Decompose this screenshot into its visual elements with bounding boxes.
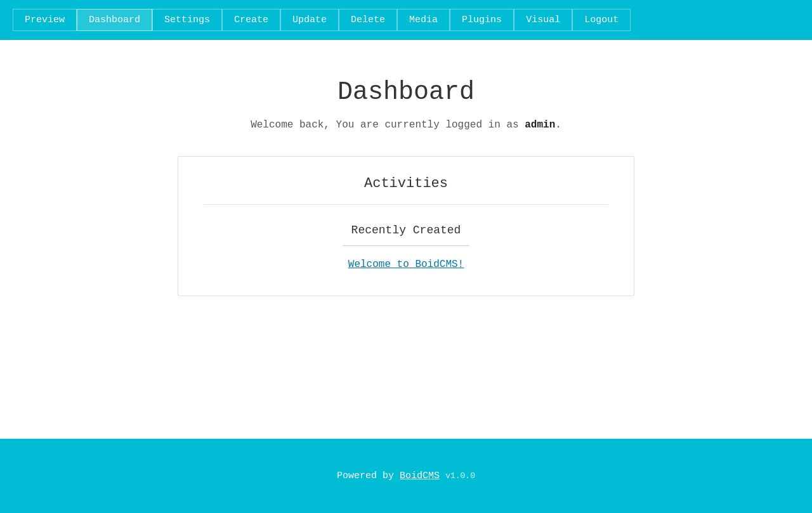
welcome-message: Welcome back, You are currently logged i… (251, 119, 561, 131)
recently-created-link[interactable]: Welcome to BoidCMS! (348, 259, 464, 270)
main-nav: PreviewDashboardSettingsCreateUpdateDele… (0, 0, 812, 40)
nav-item-create[interactable]: Create (222, 9, 280, 31)
welcome-prefix: Welcome back, You are currently logged i… (251, 119, 525, 131)
nav-item-plugins[interactable]: Plugins (450, 9, 514, 31)
recently-created-divider (343, 245, 469, 246)
activities-card: Activities Recently Created Welcome to B… (178, 156, 634, 296)
nav-item-media[interactable]: Media (397, 9, 450, 31)
activities-title: Activities (204, 176, 608, 192)
footer-version: v1.0.0 (445, 471, 475, 481)
nav-item-preview[interactable]: Preview (13, 9, 77, 31)
nav-item-delete[interactable]: Delete (339, 9, 397, 31)
footer-text: Powered by BoidCMS v1.0.0 (13, 471, 799, 481)
nav-item-dashboard[interactable]: Dashboard (77, 9, 152, 31)
activities-divider (204, 204, 608, 205)
main-content: Dashboard Welcome back, You are currentl… (0, 40, 812, 439)
nav-inner: PreviewDashboardSettingsCreateUpdateDele… (0, 0, 812, 40)
recently-created-title: Recently Created (351, 224, 461, 237)
username: admin (525, 119, 555, 131)
nav-item-logout[interactable]: Logout (572, 9, 631, 31)
powered-by-text: Powered by (337, 471, 400, 481)
page-title: Dashboard (337, 78, 475, 107)
nav-item-update[interactable]: Update (280, 9, 339, 31)
welcome-suffix: . (555, 119, 561, 131)
footer: Powered by BoidCMS v1.0.0 (0, 439, 812, 513)
nav-item-settings[interactable]: Settings (152, 9, 222, 31)
brand-link[interactable]: BoidCMS (400, 471, 440, 481)
recently-created-section: Recently Created Welcome to BoidCMS! (204, 224, 608, 270)
nav-item-visual[interactable]: Visual (514, 9, 572, 31)
